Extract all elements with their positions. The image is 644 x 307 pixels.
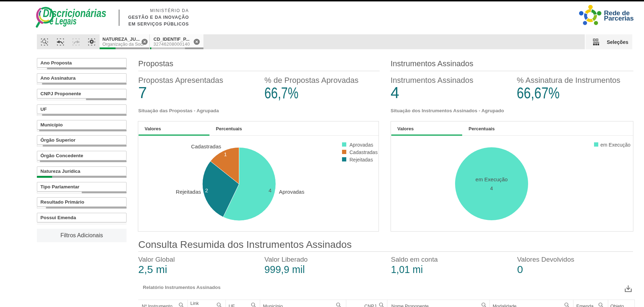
svg-text:e Legais: e Legais [50,16,77,27]
svg-text:66,7%: 66,7% [264,84,298,102]
svg-text:1,01 mi: 1,01 mi [391,263,423,275]
svg-text:999,9 mil: 999,9 mil [264,263,305,275]
svg-text:66,67%: 66,67% [517,84,560,102]
